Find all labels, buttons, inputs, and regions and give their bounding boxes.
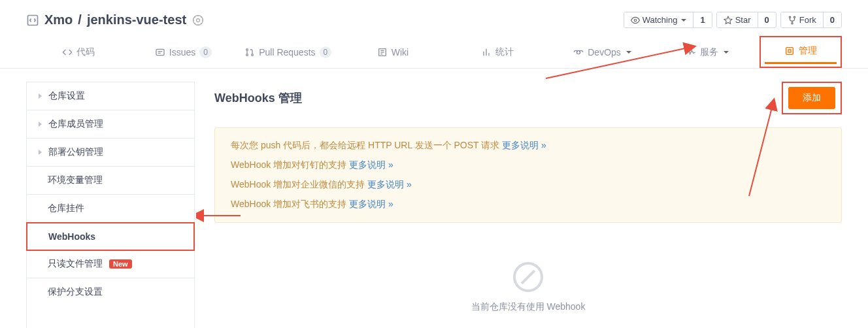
caret-down-icon xyxy=(626,51,631,54)
code-icon xyxy=(26,14,39,27)
sidebar-item-settings[interactable]: 仓库设置 xyxy=(27,82,194,110)
tab-devops-label: DevOps xyxy=(588,47,621,57)
repo-actions: Watching 1 Star 0 Fork 0 xyxy=(624,12,842,28)
sidebar-label: 部署公钥管理 xyxy=(48,146,103,158)
svg-point-11 xyxy=(246,48,248,50)
nav-tabs: 代码 Issues 0 Pull Requests 0 Wiki 统计 DevO… xyxy=(0,36,868,69)
sidebar-item-env[interactable]: 环境变量管理 xyxy=(27,167,194,195)
tab-devops[interactable]: DevOps xyxy=(550,36,654,68)
highlight-box-add: 添加 xyxy=(782,82,842,114)
badge-icon xyxy=(192,14,205,27)
sidebar-label: 仓库设置 xyxy=(48,90,85,102)
tab-code-label: 代码 xyxy=(76,46,95,58)
tab-stats[interactable]: 统计 xyxy=(445,36,550,68)
info-text: WebHook 增加对企业微信的支持 xyxy=(231,179,367,189)
info-link[interactable]: 更多说明 » xyxy=(349,159,393,170)
svg-marker-4 xyxy=(724,16,732,24)
info-line: WebHook 增加对企业微信的支持 更多说明 » xyxy=(231,179,826,191)
tab-manage[interactable]: 管理 xyxy=(765,40,837,64)
svg-point-5 xyxy=(789,16,790,18)
tab-stats-label: 统计 xyxy=(495,46,514,58)
chevron-right-icon xyxy=(39,150,42,155)
services-icon xyxy=(686,47,696,57)
fork-button[interactable]: Fork xyxy=(781,12,823,27)
repo-sep: / xyxy=(78,12,82,27)
tab-issues[interactable]: Issues 0 xyxy=(131,36,235,68)
highlight-box-manage: 管理 xyxy=(760,36,842,68)
pr-count: 0 xyxy=(320,46,332,58)
star-label: Star xyxy=(735,15,751,25)
repo-title: Xmo / jenkins-vue-test xyxy=(26,12,205,27)
empty-text: 当前仓库没有使用 Webhook xyxy=(214,301,842,313)
empty-icon xyxy=(513,262,543,292)
stats-icon xyxy=(481,47,492,57)
sidebar-item-members[interactable]: 仓库成员管理 xyxy=(27,110,194,139)
info-link[interactable]: 更多说明 » xyxy=(367,179,412,189)
star-group: Star 0 xyxy=(716,12,776,28)
wiki-icon xyxy=(377,47,388,57)
sidebar: 仓库设置 仓库成员管理 部署公钥管理 环境变量管理 仓库挂件 WebHooks … xyxy=(26,82,195,328)
eye-icon xyxy=(631,16,640,25)
star-count[interactable]: 0 xyxy=(758,12,776,27)
issues-icon xyxy=(155,47,165,57)
issues-count: 0 xyxy=(199,46,212,58)
manage-icon xyxy=(784,46,795,56)
tab-pr[interactable]: Pull Requests 0 xyxy=(236,36,341,68)
info-link[interactable]: 更多说明 » xyxy=(502,140,546,150)
sidebar-label: 仓库成员管理 xyxy=(48,118,103,130)
new-badge: New xyxy=(109,259,132,269)
repo-owner[interactable]: Xmo xyxy=(44,12,73,27)
svg-point-3 xyxy=(634,19,637,22)
svg-point-7 xyxy=(792,22,793,24)
info-link[interactable]: 更多说明 » xyxy=(349,199,393,209)
svg-point-2 xyxy=(197,18,200,22)
info-line: WebHook 增加对钉钉的支持 更多说明 » xyxy=(231,159,826,171)
info-text: WebHook 增加对钉钉的支持 xyxy=(231,159,349,170)
sidebar-label: 环境变量管理 xyxy=(48,174,103,186)
svg-rect-0 xyxy=(28,15,38,25)
pr-icon xyxy=(244,47,255,57)
watch-label: Watching xyxy=(643,15,678,25)
info-text: WebHook 增加对飞书的支持 xyxy=(231,199,349,209)
sidebar-item-plugins[interactable]: 仓库挂件 xyxy=(27,195,194,223)
svg-point-6 xyxy=(793,16,795,18)
info-line: 每次您 push 代码后，都会给远程 HTTP URL 发送一个 POST 请求… xyxy=(231,140,826,152)
svg-point-13 xyxy=(252,54,254,56)
tab-issues-label: Issues xyxy=(169,47,195,57)
main-content: WebHooks 管理 添加 每次您 push 代码后，都会给远程 HTTP U… xyxy=(214,82,842,328)
caret-down-icon xyxy=(681,19,686,22)
svg-rect-21 xyxy=(786,48,793,55)
svg-point-12 xyxy=(246,54,248,56)
tab-pr-label: Pull Requests xyxy=(259,47,315,57)
fork-group: Fork 0 xyxy=(780,12,842,28)
sidebar-item-branch[interactable]: 保护分支设置 xyxy=(27,278,194,306)
watch-count[interactable]: 1 xyxy=(693,12,711,27)
sidebar-item-webhooks[interactable]: WebHooks xyxy=(26,222,195,251)
fork-label: Fork xyxy=(799,15,816,25)
caret-down-icon xyxy=(724,51,729,54)
sidebar-item-readonly[interactable]: 只读文件管理 New xyxy=(27,250,194,278)
info-box: 每次您 push 代码后，都会给远程 HTTP URL 发送一个 POST 请求… xyxy=(214,127,842,223)
sidebar-label: 保护分支设置 xyxy=(48,286,103,298)
sidebar-label: WebHooks xyxy=(48,231,95,242)
repo-name[interactable]: jenkins-vue-test xyxy=(87,12,186,27)
code-icon xyxy=(62,47,73,57)
tab-manage-label: 管理 xyxy=(799,45,817,57)
empty-state: 当前仓库没有使用 Webhook xyxy=(214,242,842,328)
chevron-right-icon xyxy=(39,93,42,99)
star-button[interactable]: Star xyxy=(717,12,758,27)
tab-wiki[interactable]: Wiki xyxy=(341,36,445,68)
devops-icon xyxy=(573,47,584,57)
fork-count[interactable]: 0 xyxy=(823,12,841,27)
sidebar-item-deploy[interactable]: 部署公钥管理 xyxy=(27,139,194,167)
add-button[interactable]: 添加 xyxy=(788,87,835,109)
tab-services[interactable]: 服务 xyxy=(655,36,760,68)
sidebar-label: 仓库挂件 xyxy=(48,203,84,214)
star-icon xyxy=(724,16,733,25)
watch-button[interactable]: Watching xyxy=(624,12,693,27)
sidebar-label: 只读文件管理 xyxy=(48,258,103,270)
tab-wiki-label: Wiki xyxy=(392,47,409,57)
tab-code[interactable]: 代码 xyxy=(26,36,131,68)
tab-services-label: 服务 xyxy=(700,46,718,58)
info-line: WebHook 增加对飞书的支持 更多说明 » xyxy=(231,199,826,210)
